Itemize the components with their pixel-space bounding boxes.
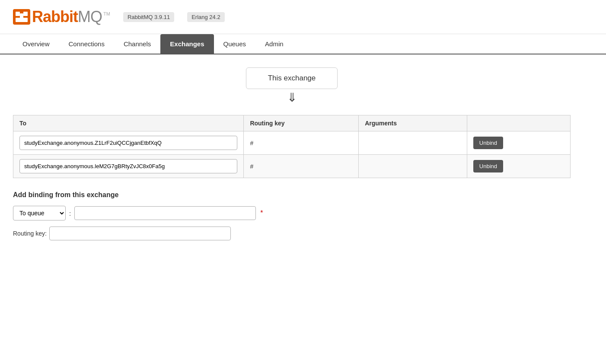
routing-key-input[interactable] bbox=[49, 227, 231, 240]
required-marker: * bbox=[260, 209, 263, 217]
logo-mq-text: MQ bbox=[78, 8, 102, 26]
nav-item-admin[interactable]: Admin bbox=[255, 34, 293, 54]
flow-diagram: This exchange ⇓ bbox=[13, 67, 571, 106]
nav-item-exchanges[interactable]: Exchanges bbox=[160, 34, 214, 54]
logo-rabbit-text: Rabbit bbox=[32, 8, 78, 26]
bindings-table: To Routing key Arguments # Unbind bbox=[13, 115, 571, 178]
table-row: # Unbind bbox=[13, 155, 571, 178]
flow-arrow: ⇓ bbox=[287, 92, 297, 104]
add-binding-section: Add binding from this exchange To queue … bbox=[13, 191, 571, 240]
svg-rect-4 bbox=[20, 13, 23, 20]
routing-key-value-1: # bbox=[250, 140, 253, 147]
rabbitmq-version-badge: RabbitMQ 3.9.11 bbox=[123, 12, 174, 22]
rabbitmq-logo-icon bbox=[13, 9, 30, 25]
routing-key-value-2: # bbox=[250, 163, 253, 170]
binding-to-input-2[interactable] bbox=[19, 159, 237, 173]
nav-item-channels[interactable]: Channels bbox=[114, 34, 160, 54]
binding-to-input-1[interactable] bbox=[19, 136, 237, 150]
nav-item-connections[interactable]: Connections bbox=[59, 34, 114, 54]
binding-arguments-1 bbox=[359, 131, 467, 155]
destination-input[interactable] bbox=[74, 206, 256, 220]
logo-tm: TM bbox=[103, 11, 110, 16]
svg-rect-1 bbox=[16, 12, 20, 16]
binding-actions-2: Unbind bbox=[467, 155, 570, 178]
erlang-version-badge: Erlang 24.2 bbox=[187, 12, 225, 22]
destination-select[interactable]: To queue To exchange bbox=[13, 206, 66, 220]
binding-arguments-2 bbox=[359, 155, 467, 178]
header: RabbitMQTM RabbitMQ 3.9.11 Erlang 24.2 bbox=[0, 0, 606, 34]
col-header-arguments: Arguments bbox=[359, 115, 467, 131]
main-content: This exchange ⇓ To Routing key Arguments… bbox=[0, 54, 584, 259]
binding-to-cell-1 bbox=[13, 131, 244, 155]
form-colon: : bbox=[69, 210, 71, 217]
unbind-button-1[interactable]: Unbind bbox=[473, 137, 503, 149]
flow-exchange-label: This exchange bbox=[268, 74, 316, 82]
binding-routing-key-2: # bbox=[244, 155, 359, 178]
flow-exchange-box: This exchange bbox=[246, 67, 338, 89]
destination-row: To queue To exchange : * bbox=[13, 206, 571, 220]
binding-to-cell-2 bbox=[13, 155, 244, 178]
col-header-to: To bbox=[13, 115, 244, 131]
routing-key-label: Routing key: bbox=[13, 230, 47, 237]
col-header-actions bbox=[467, 115, 570, 131]
main-nav: Overview Connections Channels Exchanges … bbox=[0, 34, 606, 54]
logo: RabbitMQTM bbox=[13, 8, 110, 26]
unbind-button-2[interactable]: Unbind bbox=[473, 160, 503, 172]
binding-actions-1: Unbind bbox=[467, 131, 570, 155]
nav-item-queues[interactable]: Queues bbox=[214, 34, 256, 54]
add-binding-title: Add binding from this exchange bbox=[13, 191, 571, 199]
nav-item-overview[interactable]: Overview bbox=[13, 34, 59, 54]
routing-key-row: Routing key: bbox=[13, 227, 571, 240]
binding-routing-key-1: # bbox=[244, 131, 359, 155]
table-row: # Unbind bbox=[13, 131, 571, 155]
svg-rect-2 bbox=[23, 12, 28, 16]
col-header-routing-key: Routing key bbox=[244, 115, 359, 131]
